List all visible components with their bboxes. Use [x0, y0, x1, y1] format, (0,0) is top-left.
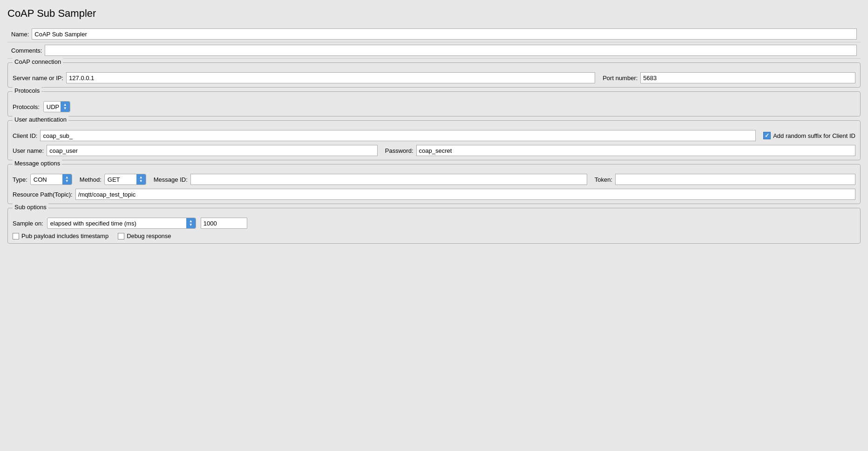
token-label: Token: — [595, 176, 612, 183]
comments-label: Comments: — [11, 47, 42, 54]
sample-on-label: Sample on: — [13, 220, 43, 227]
type-select-wrapper[interactable]: CON NON ACK RST ▲ ▼ — [30, 174, 72, 185]
client-id-label: Client ID: — [13, 132, 37, 139]
resource-path-label: Resource Path(Topic): — [13, 191, 73, 198]
sample-on-select[interactable]: elapsed with specified time (ms) number … — [47, 218, 187, 228]
debug-response-checkbox[interactable] — [118, 233, 124, 239]
server-label: Server name or IP: — [13, 75, 63, 82]
username-input[interactable] — [47, 145, 378, 156]
coap-connection-legend: CoAP connection — [13, 58, 63, 65]
message-options-legend: Message options — [13, 160, 62, 167]
sample-on-select-arrows: ▲ ▼ — [186, 218, 196, 228]
pub-payload-label: Pub payload includes timestamp — [21, 232, 108, 239]
client-id-input[interactable] — [40, 130, 756, 141]
password-input[interactable] — [416, 145, 855, 156]
sample-on-select-wrapper[interactable]: elapsed with specified time (ms) number … — [47, 218, 196, 229]
token-input[interactable] — [615, 174, 855, 185]
protocols-select[interactable]: UDP TCP — [44, 102, 70, 112]
message-options-section: Message options Type: CON NON ACK RST ▲ … — [7, 164, 861, 204]
sub-options-legend: Sub options — [13, 204, 48, 211]
password-label: Password: — [385, 147, 414, 154]
resource-path-input[interactable] — [75, 189, 855, 200]
name-input[interactable] — [32, 28, 857, 40]
username-label: User name: — [13, 147, 44, 154]
protocols-label: Protocols: — [13, 103, 40, 110]
sub-options-section: Sub options Sample on: elapsed with spec… — [7, 208, 861, 244]
method-label: Method: — [80, 176, 102, 183]
method-select[interactable]: GET POST PUT DELETE — [105, 174, 137, 184]
name-label: Name: — [11, 31, 29, 38]
message-id-input[interactable] — [190, 174, 587, 185]
port-input[interactable] — [640, 72, 855, 83]
pub-payload-checkbox[interactable] — [13, 233, 19, 239]
user-auth-legend: User authentication — [13, 116, 68, 123]
protocols-section: Protocols Protocols: UDP TCP ▲ ▼ — [7, 91, 861, 116]
coap-connection-section: CoAP connection Server name or IP: Port … — [7, 62, 861, 88]
debug-response-label: Debug response — [127, 232, 171, 239]
type-label: Type: — [13, 176, 27, 183]
server-input[interactable] — [66, 72, 595, 83]
add-random-suffix-label: Add random suffix for Client ID — [773, 132, 855, 139]
message-id-label: Message ID: — [154, 176, 188, 183]
add-random-suffix-checkbox[interactable] — [763, 132, 771, 139]
type-select-arrows: ▲ ▼ — [62, 174, 72, 184]
method-select-arrows: ▲ ▼ — [136, 174, 146, 184]
port-label: Port number: — [603, 75, 637, 82]
sample-on-value-input[interactable] — [201, 218, 247, 229]
user-auth-section: User authentication Client ID: Add rando… — [7, 120, 861, 160]
protocols-select-wrapper[interactable]: UDP TCP ▲ ▼ — [43, 101, 70, 112]
page-title: CoAP Sub Sampler — [7, 7, 861, 20]
type-select[interactable]: CON NON ACK RST — [31, 174, 63, 184]
method-select-wrapper[interactable]: GET POST PUT DELETE ▲ ▼ — [104, 174, 146, 185]
comments-input[interactable] — [45, 45, 857, 56]
protocols-legend: Protocols — [13, 87, 41, 94]
